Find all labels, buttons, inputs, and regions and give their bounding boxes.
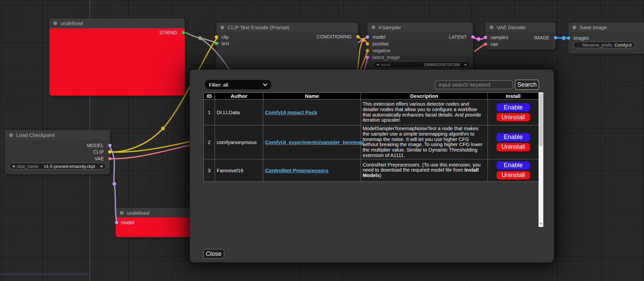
col-header-author: Author [215,93,263,100]
scrollbar-thumb[interactable] [539,93,543,146]
input-label: vae [491,41,498,47]
node-header[interactable]: Load Checkpoint [5,130,110,140]
search-input[interactable] [435,80,513,89]
wire-string-to-text [185,33,219,43]
latent-image-input-port[interactable] [366,56,369,59]
collapse-dot-icon[interactable] [120,211,123,215]
uninstall-button[interactable]: Uninstall [496,113,530,122]
extension-manager-dialog: Filter: all Search ID Author Name Descri… [190,70,554,262]
cell-name: ControlNet Preprocessors [263,159,361,181]
table-scrollbar[interactable] [539,92,543,227]
output-label: STRING [159,30,177,35]
clip-input-port[interactable] [215,35,218,39]
cell-name: ComfyUI Impact Pack [263,100,361,125]
input-label: text [221,41,229,46]
node-header[interactable]: undefined [49,18,185,28]
input-label: latent_image [373,55,400,60]
uninstall-button[interactable]: Uninstall [496,171,530,180]
widget-label: ckpt_name [17,164,38,169]
wire-to-vae-input [474,45,485,52]
prev-arrow-icon[interactable]: ◀ [12,164,15,168]
cell-id: 3 [204,159,215,181]
wire-dot [198,36,202,40]
node-ksampler[interactable]: KSampler model positive negative latent_… [367,22,473,73]
cell-install: EnableUninstall [488,100,539,125]
wire-to-negative [360,51,368,70]
cell-id: 2 [204,125,215,159]
seed-widget[interactable]: ◀ seed 156680208700286 ▶ [373,61,470,68]
collapse-dot-icon[interactable] [9,133,13,137]
model-input-port[interactable] [366,35,369,39]
collapse-dot-icon[interactable] [490,25,493,29]
close-button[interactable]: Close [203,249,224,259]
decrement-arrow-icon[interactable]: ◀ [376,63,379,66]
samples-input-port[interactable] [484,36,487,39]
string-output-port[interactable] [182,31,185,34]
extension-table: ID Author Name Description Install 1Dr.L… [203,92,539,182]
cell-description: ControlNet Preprocessors. (To use this e… [361,159,488,181]
clip-output-port[interactable] [108,150,112,154]
ckpt-name-widget[interactable]: ◀ ckpt_name v1-5-pruned-emaonly.ckpt ▶ [9,163,106,170]
node-title: VAE Decode [497,24,526,30]
cell-author: Dr.Lt.Data [215,100,263,125]
node-header[interactable]: VAE Decode [485,22,556,32]
search-button[interactable]: Search [515,80,539,90]
negative-input-port[interactable] [366,49,369,52]
input-label: model [373,34,385,40]
extension-link[interactable]: ControlNet Preprocessors [265,168,329,173]
extension-link[interactable]: ComfyUI Impact Pack [265,109,317,115]
next-arrow-icon[interactable]: ▶ [101,164,103,168]
wire-dot [362,38,365,42]
extension-table-body: 1Dr.Lt.DataComfyUI Impact PackThis exten… [204,100,539,182]
cell-name: ComfyUI_experiments/sampler_tonemap [263,125,361,159]
model-input-port[interactable] [115,221,118,224]
widget-value: ComfyUI [614,42,633,48]
wire-dot [161,127,165,130]
increment-arrow-icon[interactable]: ▶ [465,63,467,66]
latent-output-port[interactable] [471,35,475,39]
collapse-dot-icon[interactable] [573,25,576,29]
wire-clip-branch [109,141,191,152]
cell-author: Fannovel16 [215,159,263,181]
text-input-port[interactable] [215,42,218,45]
comfyui-canvas[interactable]: undefined STRING CLIP Text Encode (Promp… [0,0,644,281]
cell-id: 1 [204,100,215,125]
extension-table-container: ID Author Name Description Install 1Dr.L… [203,92,543,227]
enable-button[interactable]: Enable [496,161,530,170]
image-output-port[interactable] [554,36,557,39]
col-header-description: Description [361,93,488,100]
conditioning-output-port[interactable] [356,35,360,38]
model-output-port[interactable] [108,144,112,147]
extension-link[interactable]: ComfyUI_experiments/sampler_tonemap [265,139,364,145]
enable-button[interactable]: Enable [496,103,530,112]
filename-prefix-widget[interactable]: filename_prefix ComfyUI [573,41,635,48]
node-vae-decode[interactable]: VAE Decode samples vae IMAGE [485,22,556,50]
vae-output-port[interactable] [108,157,112,160]
node-title: undefined [61,20,83,26]
vae-input-port[interactable] [484,42,487,46]
images-input-port[interactable] [567,36,570,40]
node-save-image[interactable]: Save Image images filename_prefix ComfyU… [568,22,644,54]
col-header-name: Name [263,93,361,100]
collapse-dot-icon[interactable] [53,21,57,25]
node-title: Save Image [580,24,607,30]
uninstall-button[interactable]: Uninstall [496,143,530,152]
node-header[interactable]: Save Image [568,22,644,32]
collapse-dot-icon[interactable] [371,25,375,29]
node-undefined-top[interactable]: undefined STRING [49,18,185,95]
node-load-checkpoint[interactable]: Load Checkpoint MODEL CLIP VAE ◀ ckpt_na… [5,130,110,174]
output-label: CLIP [93,149,104,155]
error-node-body [49,28,185,95]
filter-selected-value: Filter: all [209,82,228,88]
enable-button[interactable]: Enable [496,133,530,142]
node-header[interactable]: CLIP Text Encode (Prompt) [216,22,358,32]
scrollbar-down-arrow[interactable] [539,222,543,226]
wire-vae-branch [109,145,191,159]
widget-value: v1-5-pruned-emaonly.ckpt [40,164,99,169]
collapse-dot-icon[interactable] [220,25,224,29]
widget-label: seed [381,62,390,67]
positive-input-port[interactable] [366,42,369,46]
filter-select[interactable]: Filter: all [205,80,271,89]
col-header-install: Install [488,93,539,100]
node-header[interactable]: KSampler [367,22,473,32]
